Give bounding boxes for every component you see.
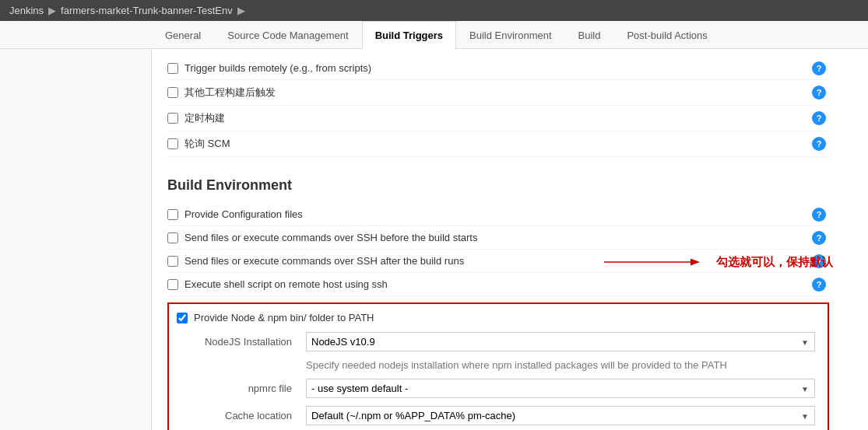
npmrc-row: npmrc file - use system default - xyxy=(177,375,820,402)
send-after-wrapper: Send files or execute commands over SSH … xyxy=(167,250,829,273)
breadcrumb-arrow-2: ▶ xyxy=(237,5,245,16)
trigger-scm-label: 轮询 SCM xyxy=(184,137,230,151)
send-after-checkbox[interactable] xyxy=(167,256,178,267)
trigger-other-label: 其他工程构建后触发 xyxy=(184,86,276,100)
send-before-checkbox[interactable] xyxy=(167,232,178,243)
trigger-scm-help[interactable]: ? xyxy=(812,137,826,151)
send-before-label: Send files or execute commands over SSH … xyxy=(184,232,477,243)
provide-config-label: Provide Configuration files xyxy=(184,208,303,220)
tab-environment[interactable]: Build Environment xyxy=(456,21,565,49)
trigger-remote-label: Trigger builds remotely (e.g., from scri… xyxy=(184,62,371,74)
trigger-scm-checkbox[interactable] xyxy=(167,138,178,149)
nodejs-installation-select[interactable]: NodeJS v10.9 xyxy=(306,332,815,351)
tab-post-build[interactable]: Post-build Actions xyxy=(613,21,720,49)
provide-config-row: Provide Configuration files ? xyxy=(167,203,829,226)
node-form-table: NodeJS Installation NodeJS v10.9 xyxy=(177,328,820,429)
breadcrumb-arrow-1: ▶ xyxy=(48,5,56,16)
provide-node-checkbox[interactable] xyxy=(177,313,188,323)
tabs-bar: General Source Code Management Build Tri… xyxy=(0,21,868,49)
send-before-row: Send files or execute commands over SSH … xyxy=(167,226,829,250)
cache-location-value-cell: Default (~/.npm or %APP_DATA% pm-cache) xyxy=(301,402,820,429)
nodejs-installation-label: NodeJS Installation xyxy=(177,328,301,355)
build-environment-heading: Build Environment xyxy=(167,177,852,194)
sidebar xyxy=(0,49,152,430)
nodejs-hint-text: Specify needed nodejs installation where… xyxy=(301,355,820,375)
project-link[interactable]: farmers-market-Trunk-banner-TestEnv xyxy=(61,5,233,16)
jenkins-link[interactable]: Jenkins xyxy=(9,5,44,16)
provide-config-checkbox[interactable] xyxy=(167,209,178,220)
main-layout: Trigger builds remotely (e.g., from scri… xyxy=(0,49,868,430)
npmrc-select-wrapper: - use system default - xyxy=(306,379,815,398)
exec-shell-row: Execute shell script on remote host usin… xyxy=(167,273,829,296)
trigger-timer-label: 定时构建 xyxy=(184,111,225,125)
tab-general[interactable]: General xyxy=(152,21,214,49)
send-after-help[interactable]: ? xyxy=(812,254,826,268)
exec-shell-label: Execute shell script on remote host usin… xyxy=(184,278,388,290)
trigger-timer-row: 定时构建 ? xyxy=(167,106,829,131)
npmrc-value-cell: - use system default - xyxy=(301,375,820,402)
content-area: Trigger builds remotely (e.g., from scri… xyxy=(152,49,868,430)
nodejs-installation-row: NodeJS Installation NodeJS v10.9 xyxy=(177,328,820,355)
npmrc-select[interactable]: - use system default - xyxy=(306,379,815,398)
trigger-remote-row: Trigger builds remotely (e.g., from scri… xyxy=(167,57,829,80)
provide-config-help[interactable]: ? xyxy=(812,208,826,222)
build-triggers-section: Trigger builds remotely (e.g., from scri… xyxy=(167,49,852,165)
npmrc-label: npmrc file xyxy=(177,375,301,402)
trigger-scm-row: 轮询 SCM ? xyxy=(167,131,829,157)
trigger-remote-help[interactable]: ? xyxy=(812,61,826,75)
provide-node-box: Provide Node & npm bin/ folder to PATH N… xyxy=(167,302,829,430)
trigger-other-help[interactable]: ? xyxy=(812,86,826,100)
exec-shell-checkbox[interactable] xyxy=(167,279,178,290)
trigger-remote-checkbox[interactable] xyxy=(167,63,178,74)
send-after-row: Send files or execute commands over SSH … xyxy=(167,250,829,273)
cache-location-row: Cache location Default (~/.npm or %APP_D… xyxy=(177,402,820,429)
trigger-other-checkbox[interactable] xyxy=(167,87,178,98)
content-inner: Trigger builds remotely (e.g., from scri… xyxy=(152,49,868,430)
tab-build[interactable]: Build xyxy=(565,21,614,49)
nodejs-installation-select-wrapper: NodeJS v10.9 xyxy=(306,332,815,351)
nodejs-installation-value-cell: NodeJS v10.9 xyxy=(301,328,820,355)
trigger-timer-help[interactable]: ? xyxy=(812,111,826,125)
trigger-timer-checkbox[interactable] xyxy=(167,113,178,124)
exec-shell-help[interactable]: ? xyxy=(812,278,826,292)
tab-triggers[interactable]: Build Triggers xyxy=(362,21,456,49)
top-bar: Jenkins ▶ farmers-market-Trunk-banner-Te… xyxy=(0,0,868,21)
provide-node-row: Provide Node & npm bin/ folder to PATH xyxy=(177,312,820,323)
cache-location-select[interactable]: Default (~/.npm or %APP_DATA% pm-cache) xyxy=(306,406,815,425)
tab-scm[interactable]: Source Code Management xyxy=(214,21,361,49)
cache-location-select-wrapper: Default (~/.npm or %APP_DATA% pm-cache) xyxy=(306,406,815,425)
send-before-help[interactable]: ? xyxy=(812,231,826,245)
provide-node-label: Provide Node & npm bin/ folder to PATH xyxy=(194,312,374,323)
send-after-label: Send files or execute commands over SSH … xyxy=(184,255,464,267)
nodejs-hint-row: Specify needed nodejs installation where… xyxy=(177,355,820,375)
cache-location-label: Cache location xyxy=(177,402,301,429)
build-environment-section: Provide Configuration files ? Send files… xyxy=(167,203,852,430)
trigger-other-row: 其他工程构建后触发 ? xyxy=(167,80,829,106)
